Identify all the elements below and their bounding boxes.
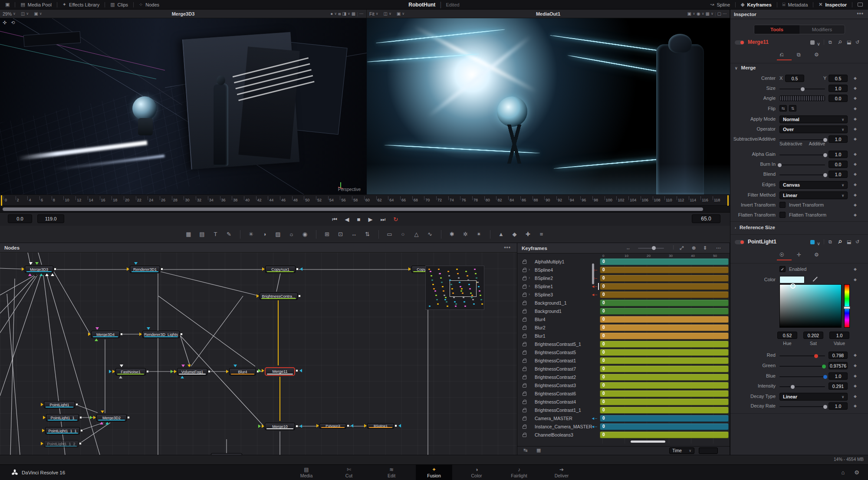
y-value-field[interactable]: 0.5 [829,75,848,82]
node-bottom-input-triangle[interactable] [95,339,98,341]
keyframe-diamond-icon[interactable]: ◆ [854,353,857,357]
keyframe-diamond-icon[interactable]: ◆ [854,384,857,388]
node-copyaux1[interactable]: CopyAux1 [265,266,296,273]
slider-track[interactable] [779,386,825,387]
current-frame-field[interactable]: 65.0 [692,214,720,223]
node-top-input-triangle[interactable] [187,365,191,367]
color-picker-cursor[interactable] [790,283,796,289]
topbar-button-keyframes[interactable]: ◈Keyframes [736,0,777,10]
chevron-right-icon[interactable]: › [529,284,530,288]
spread-keyframes-icon[interactable]: ↹ [523,447,527,453]
polygon-mask-tool-icon[interactable]: △ [411,229,422,240]
color-controls-icon[interactable]: ◉ [697,11,700,16]
node-bottom-input-triangle[interactable] [45,273,49,276]
x-value-field[interactable]: 0.5 [785,75,804,82]
crop-tool-icon[interactable]: ⇅ [362,229,373,240]
node-bottom-input-triangle[interactable] [181,376,184,378]
lock-icon[interactable] [523,286,526,289]
node-input-triangle[interactable] [316,424,319,427]
node-output-square[interactable] [146,370,149,373]
reset-icon[interactable]: ↺ [855,239,859,245]
node-top-input-triangle[interactable] [95,327,99,330]
pin-icon[interactable]: ⚲ [837,239,843,245]
lock-icon[interactable] [523,409,526,412]
image-plane-3d-tool-icon[interactable]: ▲ [496,229,506,240]
viewer-right-zoom-dropdown[interactable]: Fit∨ [367,11,381,16]
chevron-right-icon[interactable]: › [529,292,530,296]
node-effect-input-triangle[interactable] [109,370,112,373]
slider-knob[interactable] [822,365,826,368]
slider-knob[interactable] [823,405,827,409]
options-menu-icon[interactable]: ⋯ [359,11,364,16]
node-pointlight1[interactable]: PointLight1 [44,401,75,408]
keyframe-diamond-icon[interactable]: ◆ [854,213,857,217]
node-top-input-triangle[interactable] [120,365,123,367]
node-mask-input-triangle[interactable] [300,267,302,271]
slider-track[interactable] [779,366,825,367]
node-output-square[interactable] [54,268,56,270]
value-field[interactable]: 0.798 [829,352,848,359]
pin-icon[interactable]: ⚲ [837,39,843,46]
keyframe-diamond-icon[interactable]: ◆ [854,404,857,408]
blur-tool-icon[interactable]: ◑ [260,229,270,240]
node-output-square[interactable] [80,429,83,432]
reset-icon[interactable]: ↺ [855,39,859,45]
node-brightnesscontra-[interactable]: BrightnessContra... [260,293,298,300]
loop-end-marker[interactable] [727,195,729,206]
page-tab-fairlight[interactable]: ♪Fairlight [501,465,537,480]
slider-knob[interactable] [823,375,827,379]
node-bottom-input-triangle[interactable] [119,376,122,378]
value-field[interactable]: 0.291 [829,382,848,390]
secondary-tab-icon[interactable]: ⧉ [797,52,801,58]
fastnoise-tool-icon[interactable]: ▤ [197,229,207,240]
time-mode-dropdown[interactable]: Time∨ [669,447,694,454]
node-output-square[interactable] [127,416,130,419]
tool-color-swatch[interactable] [810,40,815,45]
keyframe-diamond-icon[interactable]: ◆ [854,117,857,121]
grid-icon[interactable]: ▦ [706,11,710,16]
node-input-triangle[interactable] [226,370,229,373]
value-field[interactable]: 0.0 [829,95,848,102]
chevron-down-icon[interactable]: ∨ [817,241,820,247]
keyframes-row[interactable]: ›BSpline2◄–0 [517,274,730,283]
node-bottom-input-triangle[interactable] [34,273,37,276]
keyframes-track-bar[interactable]: 0 [600,423,729,430]
node-pointlight1-1-2[interactable]: PointLight1_1_2 [44,440,79,447]
keyframes-row[interactable]: Blur20 [517,324,730,332]
keyframes-row[interactable]: BrightnessContrast5_10 [517,340,730,348]
chevron-right-icon[interactable]: › [529,276,530,280]
keyframes-track-bar[interactable]: 0 [600,316,729,323]
display-mode-icon[interactable]: ▣ [687,11,691,16]
paint-tool-icon[interactable]: ✎ [224,229,234,240]
settings-tab-icon[interactable]: ⚙ [814,252,819,258]
node-input-triangle[interactable] [112,370,115,373]
keyframe-diamond-icon[interactable]: ◆ [854,86,857,90]
keyframes-track-bar[interactable]: 0 [600,415,729,422]
node-effect-input-triangle[interactable] [258,424,261,428]
particle-emitter-tool-icon[interactable]: ✱ [447,229,457,240]
node-mask-input-triangle[interactable] [299,369,302,372]
text-tool-icon[interactable]: T [210,229,221,240]
value-field[interactable]: 0.97576 [829,362,848,369]
keyframes-track-bar[interactable]: 0 [600,324,729,331]
node-merge3d3[interactable]: Merge3D3 [25,266,53,273]
lock-icon[interactable] [523,368,526,371]
viewer-left-corner-display[interactable]: ▣∨ [31,11,44,16]
ellipse-mask-tool-icon[interactable]: ○ [398,229,408,240]
viewer-right-corner-display[interactable]: ▣∨ [394,11,407,16]
slider-track[interactable] [779,406,825,407]
settings-tab-icon[interactable]: ⚙ [814,52,819,58]
keyframes-row[interactable]: BrightnessContrast50 [517,348,730,357]
keyframes-track-bar[interactable]: 0 [600,291,729,298]
keyframes-row[interactable]: Blur40 [517,316,730,324]
node-input-triangle[interactable] [41,403,43,406]
hue-strip-knob[interactable] [844,306,850,309]
options-menu-icon[interactable]: ••• [504,244,511,250]
keyframes-zoom-slider[interactable] [638,248,664,249]
node-output-square[interactable] [296,425,298,427]
node-output-square[interactable] [296,268,299,270]
keyframes-track-bar[interactable]: 0 [600,357,729,364]
lock-icon[interactable] [523,434,526,437]
tool-enable-toggle[interactable] [735,40,744,45]
node-input-triangle[interactable] [42,429,45,432]
